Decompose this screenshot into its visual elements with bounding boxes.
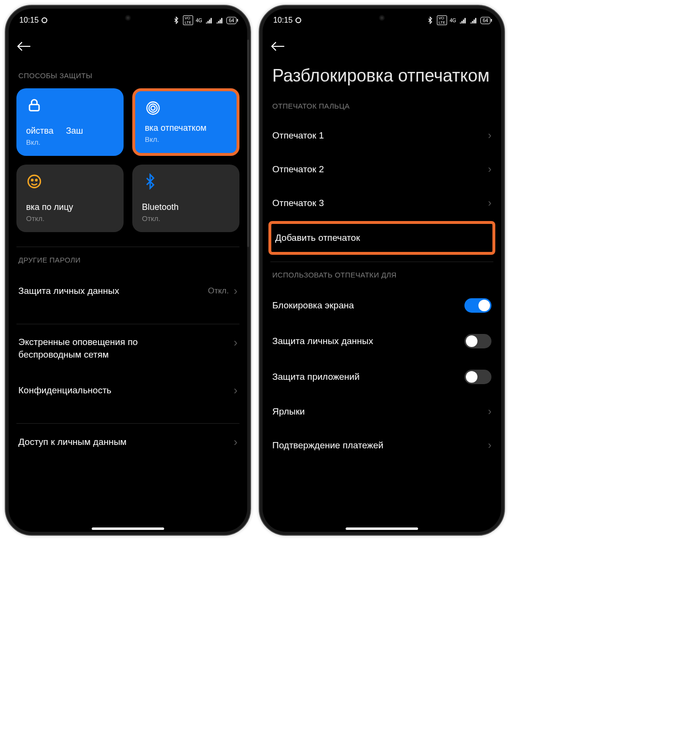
divider [270,262,493,262]
add-fingerprint-label: Добавить отпечаток [275,233,360,243]
svg-rect-0 [29,105,39,111]
volte-icon: VOLTE [183,15,193,25]
tile-face-title: вка по лицу [26,202,114,212]
phone-left: 10:15 VOLTE 4G 64 СПОСОБЫ ЗАЩИТЫ [5,5,251,536]
phone-right: 10:15 VOLTE 4G 64 Разблокировка отпечатк… [259,5,505,536]
camera-cutout [378,14,385,21]
row-privacy-label: Защита личных данных [18,286,119,296]
bluetooth-tile-icon [142,173,158,190]
row-confidentiality[interactable]: Конфиденциальность › [16,372,239,409]
status-ring-icon [295,17,301,23]
row-use-lockscreen[interactable]: Блокировка экрана [270,288,493,323]
tile-device-lock[interactable]: ойства Заш Вкл. [16,88,124,156]
chevron-right-icon: › [488,129,491,142]
svg-point-6 [36,180,37,181]
page-title: Разблокировка отпечатком [270,63,493,93]
chevron-right-icon: › [234,435,238,449]
scrollbar[interactable] [247,40,249,247]
row-use-private[interactable]: Защита личных данных [270,323,493,359]
shortcuts-label: Ярлыки [272,406,305,417]
row-add-fingerprint[interactable]: Добавить отпечаток [268,221,495,255]
status-icons: VOLTE 4G 64 [172,15,237,25]
network-4g-icon: 4G [450,18,456,23]
toggle-apps[interactable] [464,370,491,384]
toggle-private[interactable] [464,334,491,348]
chevron-right-icon: › [488,405,491,418]
tile-finger-status: Вкл. [145,135,227,143]
bluetooth-icon [172,16,180,24]
tile-bt-status: Откл. [142,214,230,222]
section-use-label: ИСПОЛЬЗОВАТЬ ОТПЕЧАТКИ ДЛЯ [272,271,493,279]
lock-icon [26,97,42,113]
tile-face-status: Откл. [26,214,114,222]
settings-content: СПОСОБЫ ЗАЩИТЫ ойства Заш Вкл. [6,63,250,535]
tile-lock-title-b: Заш [66,126,83,136]
network-4g-icon: 4G [196,18,202,23]
row-emergency[interactable]: Экстренные оповещения по беспроводным се… [16,324,239,372]
svg-point-3 [151,106,155,111]
row-conf-label: Конфиденциальность [18,385,112,396]
face-icon [26,173,42,190]
nav-bar [6,32,250,63]
row-fingerprint-2[interactable]: Отпечаток 2 › [270,152,493,186]
svg-point-5 [31,180,33,181]
row-emergency-label: Экстренные оповещения по беспроводным се… [18,336,192,360]
chevron-right-icon: › [488,163,491,176]
camera-cutout [125,14,131,21]
fingerprint-1-label: Отпечаток 1 [272,130,324,141]
row-fingerprint-1[interactable]: Отпечаток 1 › [270,119,493,152]
status-ring-icon [42,17,47,23]
battery-icon: 64 [480,17,490,24]
payment-label: Подтверждение платежей [272,440,383,451]
signal-icon-1 [459,16,467,24]
chevron-right-icon: › [234,336,238,349]
tile-face[interactable]: вка по лицу Откл. [16,165,124,232]
svg-point-2 [149,104,157,112]
use-lockscreen-label: Блокировка экрана [272,300,354,311]
battery-icon: 64 [226,17,237,24]
signal-icon-2 [216,16,224,24]
row-privacy-data[interactable]: Защита личных данных Откл. › [16,273,239,309]
section-other-label: ДРУГИЕ ПАРОЛИ [18,256,239,264]
tile-lock-status: Вкл. [26,138,114,146]
tile-lock-title-a: ойства [26,126,54,136]
row-data-access[interactable]: Доступ к личным данным › [16,424,239,460]
row-fingerprint-3[interactable]: Отпечаток 3 › [270,186,493,220]
use-private-label: Защита личных данных [272,336,373,346]
back-button[interactable] [16,41,31,54]
fingerprint-icon [145,100,161,116]
use-apps-label: Защита приложений [272,372,360,382]
fingerprint-2-label: Отпечаток 2 [272,164,324,175]
section-finger-label: ОТПЕЧАТОК ПАЛЬЦА [272,102,493,110]
chevron-right-icon: › [234,284,238,298]
tile-bluetooth[interactable]: Bluetooth Откл. [132,165,239,232]
status-icons: VOLTE 4G 64 [426,15,490,25]
protection-tiles: ойства Заш Вкл. вка отпечатком Вкл. [16,88,239,232]
back-button[interactable] [270,41,285,54]
chevron-right-icon: › [488,439,491,452]
bluetooth-icon [426,16,434,24]
status-time: 10:15 [19,16,39,25]
volte-icon: VOLTE [437,15,447,25]
toggle-lockscreen[interactable] [464,298,491,313]
row-privacy-meta: Откл. [208,286,229,296]
tile-fingerprint[interactable]: вка отпечатком Вкл. [132,88,239,156]
status-time: 10:15 [273,16,293,25]
divider [16,247,239,247]
row-access-label: Доступ к личным данным [18,437,126,447]
row-use-apps[interactable]: Защита приложений [270,359,493,395]
home-indicator[interactable] [92,527,164,530]
tile-bt-title: Bluetooth [142,202,230,212]
nav-bar [260,32,504,63]
fingerprint-content: Разблокировка отпечатком ОТПЕЧАТОК ПАЛЬЦ… [260,63,504,535]
signal-icon-1 [205,16,213,24]
section-methods-label: СПОСОБЫ ЗАЩИТЫ [18,71,239,80]
row-payment-confirm[interactable]: Подтверждение платежей › [270,429,493,462]
chevron-right-icon: › [234,384,238,397]
chevron-right-icon: › [488,197,491,209]
row-shortcuts[interactable]: Ярлыки › [270,395,493,429]
home-indicator[interactable] [346,527,418,530]
signal-icon-2 [470,16,477,24]
tile-finger-title: вка отпечатком [145,123,227,133]
svg-point-4 [28,175,41,188]
